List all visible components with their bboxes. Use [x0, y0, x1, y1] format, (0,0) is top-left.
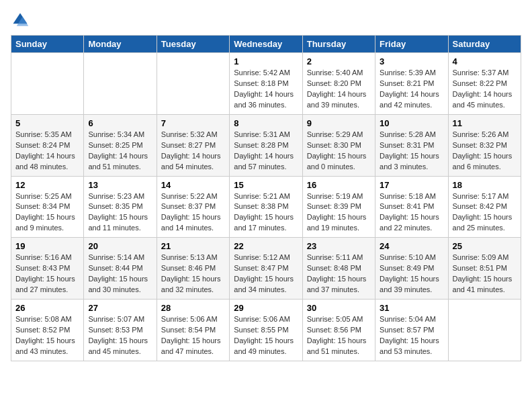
day-header-friday: Friday [375, 36, 448, 53]
page-header [11, 11, 521, 30]
calendar-cell: 31Sunrise: 5:04 AM Sunset: 8:57 PM Dayli… [375, 300, 448, 361]
day-number: 1 [234, 56, 298, 66]
day-number: 31 [380, 303, 443, 313]
day-number: 29 [234, 303, 298, 313]
day-number: 15 [234, 180, 298, 190]
calendar-cell: 20Sunrise: 5:14 AM Sunset: 8:44 PM Dayli… [84, 238, 157, 300]
calendar-cell: 9Sunrise: 5:29 AM Sunset: 8:30 PM Daylig… [302, 114, 375, 176]
logo-icon [11, 11, 30, 30]
day-number: 12 [15, 180, 79, 190]
day-number: 28 [161, 303, 225, 313]
day-number: 11 [453, 118, 517, 128]
day-number: 26 [15, 303, 79, 313]
calendar-cell: 12Sunrise: 5:25 AM Sunset: 8:34 PM Dayli… [11, 176, 84, 238]
calendar-cell: 2Sunrise: 5:40 AM Sunset: 8:20 PM Daylig… [302, 53, 375, 115]
calendar-cell: 28Sunrise: 5:06 AM Sunset: 8:54 PM Dayli… [157, 300, 229, 361]
day-info: Sunrise: 5:32 AM Sunset: 8:27 PM Dayligh… [161, 130, 225, 173]
day-info: Sunrise: 5:21 AM Sunset: 8:38 PM Dayligh… [234, 191, 298, 234]
day-info: Sunrise: 5:18 AM Sunset: 8:41 PM Dayligh… [380, 191, 443, 234]
day-info: Sunrise: 5:23 AM Sunset: 8:35 PM Dayligh… [88, 191, 152, 234]
day-info: Sunrise: 5:26 AM Sunset: 8:32 PM Dayligh… [453, 130, 517, 173]
calendar-cell: 26Sunrise: 5:08 AM Sunset: 8:52 PM Dayli… [11, 300, 84, 361]
calendar-cell: 13Sunrise: 5:23 AM Sunset: 8:35 PM Dayli… [84, 176, 157, 238]
day-info: Sunrise: 5:07 AM Sunset: 8:53 PM Dayligh… [88, 314, 152, 357]
calendar-cell: 16Sunrise: 5:19 AM Sunset: 8:39 PM Dayli… [302, 176, 375, 238]
day-info: Sunrise: 5:39 AM Sunset: 8:21 PM Dayligh… [380, 68, 443, 111]
day-info: Sunrise: 5:17 AM Sunset: 8:42 PM Dayligh… [453, 191, 517, 234]
calendar-week-3: 12Sunrise: 5:25 AM Sunset: 8:34 PM Dayli… [11, 176, 521, 238]
day-info: Sunrise: 5:09 AM Sunset: 8:51 PM Dayligh… [453, 253, 517, 295]
calendar-cell: 17Sunrise: 5:18 AM Sunset: 8:41 PM Dayli… [375, 176, 448, 238]
day-number: 6 [88, 118, 152, 128]
calendar-cell: 14Sunrise: 5:22 AM Sunset: 8:37 PM Dayli… [157, 176, 229, 238]
calendar-cell: 8Sunrise: 5:31 AM Sunset: 8:28 PM Daylig… [230, 114, 302, 176]
calendar-week-1: 1Sunrise: 5:42 AM Sunset: 8:18 PM Daylig… [11, 53, 521, 115]
day-number: 22 [234, 241, 298, 251]
day-info: Sunrise: 5:14 AM Sunset: 8:44 PM Dayligh… [88, 253, 152, 295]
day-number: 27 [88, 303, 152, 313]
calendar-cell [11, 53, 84, 115]
day-header-saturday: Saturday [448, 36, 521, 53]
day-header-monday: Monday [84, 36, 157, 53]
day-number: 8 [234, 118, 298, 128]
day-number: 24 [380, 241, 443, 251]
day-info: Sunrise: 5:22 AM Sunset: 8:37 PM Dayligh… [161, 191, 225, 234]
day-number: 5 [15, 118, 79, 128]
calendar-cell: 29Sunrise: 5:06 AM Sunset: 8:55 PM Dayli… [230, 300, 302, 361]
calendar-cell: 30Sunrise: 5:05 AM Sunset: 8:56 PM Dayli… [302, 300, 375, 361]
calendar-cell [84, 53, 157, 115]
day-info: Sunrise: 5:06 AM Sunset: 8:54 PM Dayligh… [161, 314, 225, 357]
day-header-thursday: Thursday [302, 36, 375, 53]
calendar-cell: 11Sunrise: 5:26 AM Sunset: 8:32 PM Dayli… [448, 114, 521, 176]
calendar-cell: 27Sunrise: 5:07 AM Sunset: 8:53 PM Dayli… [84, 300, 157, 361]
day-info: Sunrise: 5:34 AM Sunset: 8:25 PM Dayligh… [88, 130, 152, 173]
calendar-cell: 21Sunrise: 5:13 AM Sunset: 8:46 PM Dayli… [157, 238, 229, 300]
day-number: 4 [453, 56, 517, 66]
day-number: 25 [453, 241, 517, 251]
day-number: 3 [380, 56, 443, 66]
calendar-cell: 23Sunrise: 5:11 AM Sunset: 8:48 PM Dayli… [302, 238, 375, 300]
calendar-cell: 7Sunrise: 5:32 AM Sunset: 8:27 PM Daylig… [157, 114, 229, 176]
day-number: 23 [307, 241, 371, 251]
day-info: Sunrise: 5:35 AM Sunset: 8:24 PM Dayligh… [15, 130, 79, 173]
calendar-table: SundayMondayTuesdayWednesdayThursdayFrid… [11, 35, 521, 361]
day-info: Sunrise: 5:29 AM Sunset: 8:30 PM Dayligh… [307, 130, 371, 173]
day-number: 17 [380, 180, 443, 190]
calendar-header-row: SundayMondayTuesdayWednesdayThursdayFrid… [11, 36, 521, 53]
day-info: Sunrise: 5:05 AM Sunset: 8:56 PM Dayligh… [307, 314, 371, 357]
day-info: Sunrise: 5:12 AM Sunset: 8:47 PM Dayligh… [234, 253, 298, 295]
calendar-cell: 5Sunrise: 5:35 AM Sunset: 8:24 PM Daylig… [11, 114, 84, 176]
day-info: Sunrise: 5:04 AM Sunset: 8:57 PM Dayligh… [380, 314, 443, 357]
day-number: 2 [307, 56, 371, 66]
day-number: 7 [161, 118, 225, 128]
day-info: Sunrise: 5:31 AM Sunset: 8:28 PM Dayligh… [234, 130, 298, 173]
day-info: Sunrise: 5:25 AM Sunset: 8:34 PM Dayligh… [15, 191, 79, 234]
calendar-cell: 19Sunrise: 5:16 AM Sunset: 8:43 PM Dayli… [11, 238, 84, 300]
day-header-sunday: Sunday [11, 36, 84, 53]
day-info: Sunrise: 5:11 AM Sunset: 8:48 PM Dayligh… [307, 253, 371, 295]
day-number: 14 [161, 180, 225, 190]
calendar-cell: 24Sunrise: 5:10 AM Sunset: 8:49 PM Dayli… [375, 238, 448, 300]
day-info: Sunrise: 5:06 AM Sunset: 8:55 PM Dayligh… [234, 314, 298, 357]
day-number: 13 [88, 180, 152, 190]
calendar-week-4: 19Sunrise: 5:16 AM Sunset: 8:43 PM Dayli… [11, 238, 521, 300]
day-number: 9 [307, 118, 371, 128]
calendar-week-2: 5Sunrise: 5:35 AM Sunset: 8:24 PM Daylig… [11, 114, 521, 176]
day-info: Sunrise: 5:42 AM Sunset: 8:18 PM Dayligh… [234, 68, 298, 111]
calendar-cell: 15Sunrise: 5:21 AM Sunset: 8:38 PM Dayli… [230, 176, 302, 238]
day-info: Sunrise: 5:40 AM Sunset: 8:20 PM Dayligh… [307, 68, 371, 111]
day-header-wednesday: Wednesday [230, 36, 302, 53]
calendar-cell: 1Sunrise: 5:42 AM Sunset: 8:18 PM Daylig… [230, 53, 302, 115]
day-info: Sunrise: 5:16 AM Sunset: 8:43 PM Dayligh… [15, 253, 79, 295]
calendar-cell [448, 300, 521, 361]
calendar-week-5: 26Sunrise: 5:08 AM Sunset: 8:52 PM Dayli… [11, 300, 521, 361]
day-number: 21 [161, 241, 225, 251]
calendar-cell: 4Sunrise: 5:37 AM Sunset: 8:22 PM Daylig… [448, 53, 521, 115]
day-number: 30 [307, 303, 371, 313]
calendar-cell: 6Sunrise: 5:34 AM Sunset: 8:25 PM Daylig… [84, 114, 157, 176]
day-number: 20 [88, 241, 152, 251]
day-number: 19 [15, 241, 79, 251]
day-info: Sunrise: 5:08 AM Sunset: 8:52 PM Dayligh… [15, 314, 79, 357]
day-info: Sunrise: 5:19 AM Sunset: 8:39 PM Dayligh… [307, 191, 371, 234]
day-info: Sunrise: 5:37 AM Sunset: 8:22 PM Dayligh… [453, 68, 517, 111]
